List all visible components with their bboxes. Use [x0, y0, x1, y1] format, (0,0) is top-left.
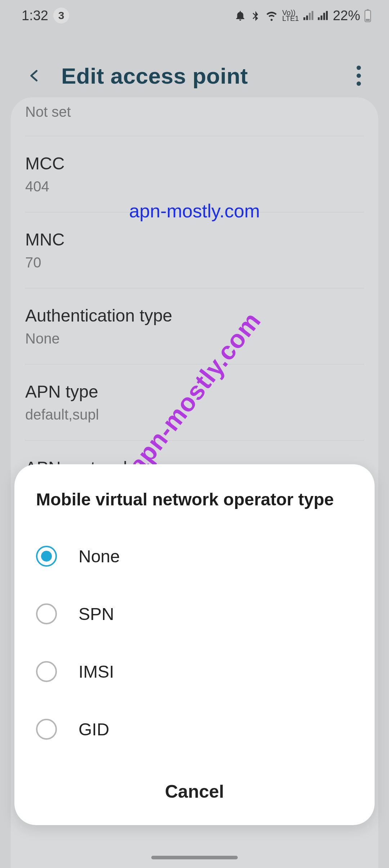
radio-label: GID	[79, 719, 109, 739]
radio-button-icon	[36, 661, 57, 682]
radio-label: None	[79, 546, 120, 566]
cancel-button[interactable]: Cancel	[29, 758, 360, 825]
radio-option-none[interactable]: None	[29, 527, 360, 585]
radio-option-spn[interactable]: SPN	[29, 585, 360, 643]
radio-button-icon	[36, 603, 57, 624]
watermark-text: apn-mostly.com	[129, 200, 260, 222]
radio-label: SPN	[79, 604, 114, 624]
radio-option-imsi[interactable]: IMSI	[29, 643, 360, 700]
gesture-nav-bar[interactable]	[151, 856, 238, 859]
radio-button-icon	[36, 546, 57, 567]
dialog-title: Mobile virtual network operator type	[29, 490, 360, 527]
radio-label: IMSI	[79, 662, 114, 682]
radio-option-gid[interactable]: GID	[29, 700, 360, 758]
radio-button-icon	[36, 719, 57, 740]
mvno-type-dialog: Mobile virtual network operator type Non…	[14, 464, 375, 825]
